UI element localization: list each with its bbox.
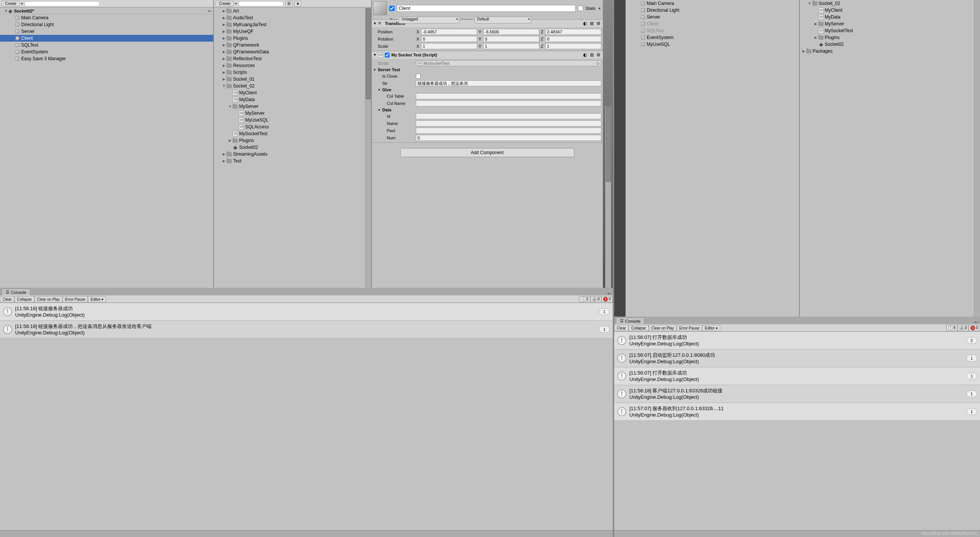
project-item[interactable]: Test — [214, 158, 365, 164]
project-item[interactable]: MyUseQF — [214, 28, 365, 35]
static-dropdown-icon[interactable]: ▼ — [598, 7, 601, 10]
fold-arrow-icon[interactable] — [221, 50, 226, 54]
project-item[interactable]: Packages — [800, 48, 974, 54]
info-counter[interactable]: !2 — [579, 296, 590, 302]
log-entry[interactable]: ![11:56:07] 打开数据库成功UnityEngine.Debug:Log… — [614, 332, 980, 349]
fold-arrow-icon[interactable] — [221, 16, 226, 20]
fold-icon[interactable]: ▼ — [373, 53, 377, 57]
gameobject-name-input[interactable] — [397, 5, 576, 12]
static-checkbox[interactable] — [578, 6, 583, 11]
project-search[interactable] — [238, 1, 284, 6]
tag-dropdown[interactable]: Untagged — [399, 17, 459, 24]
num-input[interactable] — [416, 135, 601, 141]
create-button[interactable]: Create — [2, 1, 20, 6]
fold-arrow-icon[interactable] — [221, 64, 226, 67]
name-input[interactable] — [416, 120, 601, 126]
fold-arrow-icon[interactable] — [221, 30, 226, 33]
create-button[interactable]: Create — [215, 1, 234, 6]
error-pause-button[interactable]: Error Pause — [62, 296, 88, 302]
fold-arrow-icon[interactable] — [221, 57, 226, 61]
component-enabled-checkbox[interactable] — [385, 53, 390, 57]
fold-arrow-icon[interactable] — [221, 9, 226, 13]
col-table-input[interactable] — [416, 93, 601, 99]
hierarchy-item[interactable]: SQLTest — [0, 41, 213, 48]
project-item[interactable]: Plugins — [214, 137, 365, 144]
fold-arrow-icon[interactable] — [813, 22, 818, 26]
fold-icon[interactable]: ▼ — [373, 22, 377, 25]
log-entry[interactable]: ![11:56:07] 打开数据库成功UnityEngine.Debug:Log… — [614, 367, 980, 385]
data-section[interactable]: ▼Data — [373, 108, 601, 112]
scrollbar[interactable] — [365, 8, 371, 288]
layer-dropdown[interactable]: Default — [474, 17, 531, 24]
clear-button[interactable]: Clear — [0, 296, 14, 302]
log-entry[interactable]: ![11:56:18] 客户端127.0.0.1:63326成功链接UnityE… — [614, 385, 980, 403]
fold-arrow-icon[interactable] — [228, 139, 232, 142]
project-item[interactable]: SQLAccess — [214, 123, 365, 130]
fold-arrow-icon[interactable] — [813, 36, 818, 39]
project-item[interactable]: Art — [214, 8, 365, 14]
project-item[interactable]: MyServer — [214, 103, 365, 110]
rotation-z-input[interactable] — [545, 36, 601, 42]
fold-arrow-icon[interactable] — [807, 2, 812, 5]
warn-counter[interactable]: ⚠0 — [590, 296, 602, 302]
hierarchy-item[interactable]: SQLTest — [625, 27, 799, 34]
col-name-input[interactable] — [416, 100, 601, 107]
position-y-input[interactable] — [483, 29, 539, 35]
scale-z-input[interactable] — [545, 43, 601, 49]
star-icon[interactable]: ★ — [294, 1, 301, 6]
editor-dropdown[interactable]: Editor ▾ — [702, 325, 720, 331]
scene-row[interactable]: Socket02* ▾≡ — [0, 8, 213, 14]
script-reference[interactable]: MySocketTest⊙ — [416, 60, 601, 66]
str-input[interactable] — [416, 80, 601, 86]
clear-button[interactable]: Clear — [614, 325, 628, 331]
console-tab[interactable]: ☰Console — [616, 317, 644, 324]
hierarchy-item[interactable]: Directional Light — [0, 21, 213, 28]
server-test-section[interactable]: ▼Server Test — [373, 67, 601, 72]
error-counter[interactable]: !0 — [601, 296, 612, 302]
hierarchy-item[interactable]: EventSystem — [0, 48, 213, 55]
project-item[interactable]: Socket_01 — [214, 76, 365, 83]
scale-y-input[interactable] — [483, 43, 539, 49]
gear-icon[interactable]: ⚙ — [596, 52, 601, 57]
project-item[interactable]: Plugins — [800, 34, 974, 41]
hierarchy-item[interactable]: Client — [0, 35, 213, 41]
fold-arrow-icon[interactable] — [228, 105, 232, 108]
log-entry[interactable]: ![11:56:18] 链接服务器成功，把这条消息从服务器发送给客户端Unity… — [0, 321, 612, 339]
fold-arrow-icon[interactable] — [221, 159, 226, 163]
hierarchy-item[interactable]: Server — [0, 28, 213, 35]
panel-menu-icon[interactable]: ▾≡ — [975, 320, 978, 324]
preset-icon[interactable]: ⊞ — [589, 21, 595, 26]
hierarchy-item[interactable]: Main Camera — [625, 0, 799, 7]
hierarchy-item[interactable]: EventSystem — [625, 34, 799, 41]
fold-arrow-icon[interactable] — [221, 70, 226, 74]
fold-arrow-icon[interactable] — [221, 43, 226, 47]
fold-arrow-icon[interactable] — [221, 23, 226, 27]
project-item[interactable]: MyUseSQL — [214, 116, 365, 123]
info-counter[interactable]: !5 — [946, 325, 958, 331]
gameobject-icon[interactable] — [373, 2, 387, 15]
preset-icon[interactable]: ⊞ — [589, 52, 595, 57]
scrollbar[interactable] — [974, 0, 980, 317]
pwd-input[interactable] — [416, 127, 601, 134]
project-item[interactable]: QFrameworkData — [214, 48, 365, 55]
project-item[interactable]: Socket_02 — [214, 83, 365, 89]
console-tab[interactable]: ☰Console — [2, 288, 30, 295]
project-item[interactable]: ReflectionTest — [214, 55, 365, 62]
log-entry[interactable]: ![11:57:07] 服务器收到127.0.0.1:63326....11Un… — [614, 403, 980, 421]
hierarchy-item[interactable]: Directional Light — [625, 7, 799, 14]
error-counter[interactable]: !0 — [969, 325, 980, 331]
collapse-button[interactable]: Collapse — [14, 296, 35, 302]
project-item[interactable]: MySocketTest — [800, 27, 974, 34]
fold-arrow-icon[interactable] — [801, 49, 806, 53]
hierarchy-item[interactable]: Easy Save 3 Manager — [0, 55, 213, 62]
project-item[interactable]: Resources — [214, 62, 365, 69]
gear-icon[interactable]: ⚙ — [596, 21, 601, 26]
is-close-checkbox[interactable] — [416, 74, 421, 79]
project-item[interactable]: Scripts — [214, 69, 365, 76]
hierarchy-item[interactable]: MyUseSQL — [625, 41, 799, 48]
project-item[interactable]: Socket_02 — [800, 0, 974, 7]
rotation-x-input[interactable] — [421, 36, 477, 42]
fold-arrow-icon[interactable] — [221, 152, 226, 156]
fold-arrow-icon[interactable] — [221, 84, 226, 88]
hierarchy-item[interactable]: Main Camera — [0, 14, 213, 21]
